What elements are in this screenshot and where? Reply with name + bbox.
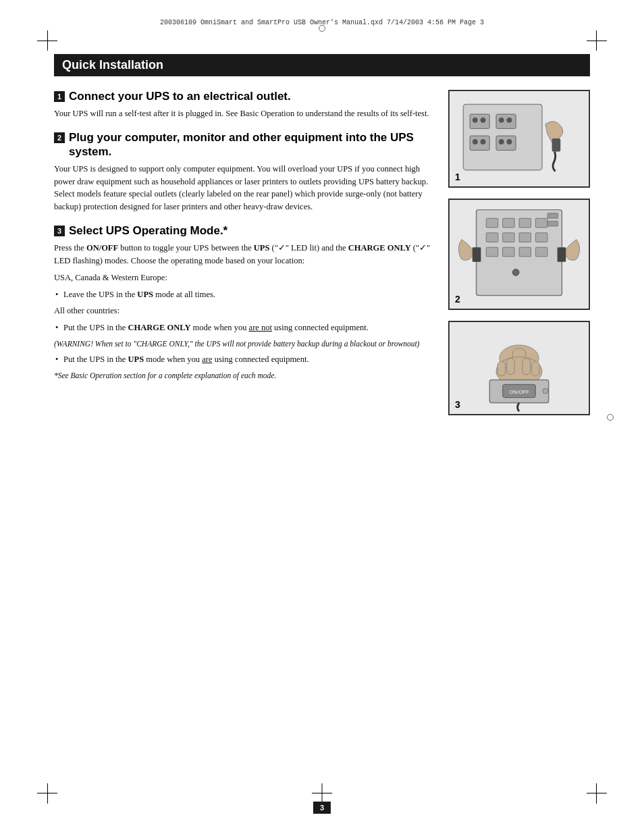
image-2-svg (450, 200, 589, 309)
svg-rect-5 (496, 114, 516, 128)
page-title: Quick Installation (62, 58, 582, 72)
step-2-header: 2 Plug your computer, monitor and other … (54, 131, 435, 159)
svg-rect-32 (473, 247, 477, 261)
svg-point-9 (473, 139, 478, 145)
crop-mark-tl-v (47, 30, 48, 51)
svg-rect-35 (558, 247, 562, 261)
svg-rect-34 (561, 247, 566, 261)
step-2-section: 2 Plug your computer, monitor and other … (54, 131, 435, 213)
image-1-box: 1 (448, 90, 590, 188)
svg-rect-25 (535, 233, 547, 242)
step-2-title: Plug your computer, monitor and other eq… (69, 131, 435, 159)
warning-text: (WARNING! When set to "CHARGE ONLY," the… (54, 338, 435, 349)
svg-point-36 (512, 269, 519, 276)
crop-mark-br-v (596, 783, 597, 804)
step-1-section: 1 Connect your UPS to an electrical outl… (54, 90, 435, 120)
crop-mark-tr-h (587, 41, 607, 41)
step-3-intro: Press the ON/OFF button to toggle your U… (54, 242, 435, 267)
usa-bullet-1: Leave the UPS in the UPS mode at all tim… (54, 288, 435, 301)
svg-rect-27 (503, 247, 515, 257)
page-number: 3 (313, 802, 331, 814)
svg-point-4 (481, 118, 486, 123)
svg-point-10 (481, 139, 486, 145)
registration-circle-right (607, 414, 614, 421)
step-3-number: 3 (54, 226, 65, 236)
svg-rect-20 (519, 218, 531, 228)
svg-rect-21 (535, 218, 547, 228)
right-column: 1 (448, 90, 590, 415)
crop-mark-tr-v (596, 30, 597, 51)
image-2-label: 2 (455, 294, 460, 305)
svg-rect-2 (470, 114, 489, 128)
image-2-box: 2 (448, 199, 590, 310)
svg-rect-8 (470, 136, 489, 150)
region-other-label: All other countries: (54, 305, 435, 317)
svg-rect-31 (547, 221, 558, 226)
other-bullet-2: Put the UPS in the UPS mode when you are… (54, 353, 435, 366)
svg-rect-29 (535, 247, 547, 257)
step-1-header: 1 Connect your UPS to an electrical outl… (54, 90, 435, 103)
step-3-title: Select UPS Operating Mode.* (69, 224, 227, 238)
main-content: Quick Installation 1 Connect your UPS to… (54, 54, 590, 780)
svg-point-6 (499, 118, 504, 123)
region-other-extra-bullets: Put the UPS in the UPS mode when you are… (54, 353, 435, 366)
step-2-number: 2 (54, 132, 65, 143)
image-1-svg (450, 91, 589, 186)
step-2-text: Your UPS is designed to support only com… (54, 163, 435, 213)
crop-mark-br-h (587, 793, 607, 793)
svg-point-3 (473, 118, 478, 123)
step-1-number: 1 (54, 91, 65, 102)
svg-rect-11 (496, 136, 516, 150)
svg-rect-15 (555, 138, 560, 151)
page-container: 200306109 OmniSmart and SmartPro USB Own… (0, 0, 644, 834)
svg-rect-19 (503, 218, 515, 228)
region-usa-bullets: Leave the UPS in the UPS mode at all tim… (54, 288, 435, 301)
svg-text:ON/OFF: ON/OFF (509, 389, 529, 395)
step-1-text: Your UPS will run a self-test after it i… (54, 107, 435, 120)
crop-mark-cb-v (322, 783, 323, 804)
region-usa-label: USA, Canada & Western Europe: (54, 271, 435, 284)
region-other-bullets: Put the UPS in the CHARGE ONLY mode when… (54, 321, 435, 334)
step-1-body: Your UPS will run a self-test after it i… (54, 107, 435, 120)
metadata-line: 200306109 OmniSmart and SmartPro USB Own… (160, 19, 484, 26)
footnote-text: *See Basic Operation section for a compl… (54, 370, 435, 381)
image-1-label: 1 (455, 172, 460, 182)
left-column: 1 Connect your UPS to an electrical outl… (54, 90, 435, 392)
svg-point-48 (543, 388, 548, 394)
step-2-body: Your UPS is designed to support only com… (54, 163, 435, 213)
svg-rect-26 (486, 247, 498, 257)
crop-mark-bl-v (47, 783, 48, 804)
svg-rect-30 (547, 213, 558, 219)
image-3-label: 3 (455, 399, 460, 410)
step-3-header: 3 Select UPS Operating Mode.* (54, 224, 435, 238)
svg-rect-43 (522, 358, 531, 374)
title-bar: Quick Installation (54, 54, 590, 76)
svg-rect-24 (519, 233, 531, 242)
image-3-svg: ON/OFF (450, 322, 589, 414)
svg-rect-18 (486, 218, 498, 228)
svg-rect-44 (531, 361, 539, 375)
svg-rect-33 (477, 247, 481, 261)
content-layout: 1 Connect your UPS to an electrical outl… (54, 90, 590, 415)
step-3-section: 3 Select UPS Operating Mode.* Press the … (54, 224, 435, 381)
svg-rect-41 (498, 361, 506, 375)
svg-rect-42 (507, 358, 515, 374)
svg-rect-28 (519, 247, 531, 257)
step-3-body: Press the ON/OFF button to toggle your U… (54, 242, 435, 380)
step-1-title: Connect your UPS to an electrical outlet… (69, 90, 291, 103)
svg-rect-22 (486, 233, 498, 242)
svg-point-12 (499, 139, 504, 145)
svg-point-13 (507, 139, 512, 145)
other-bullet-1: Put the UPS in the CHARGE ONLY mode when… (54, 321, 435, 334)
image-3-box: ON/OFF 3 (448, 321, 590, 415)
svg-rect-23 (503, 233, 515, 242)
svg-point-7 (507, 118, 512, 123)
